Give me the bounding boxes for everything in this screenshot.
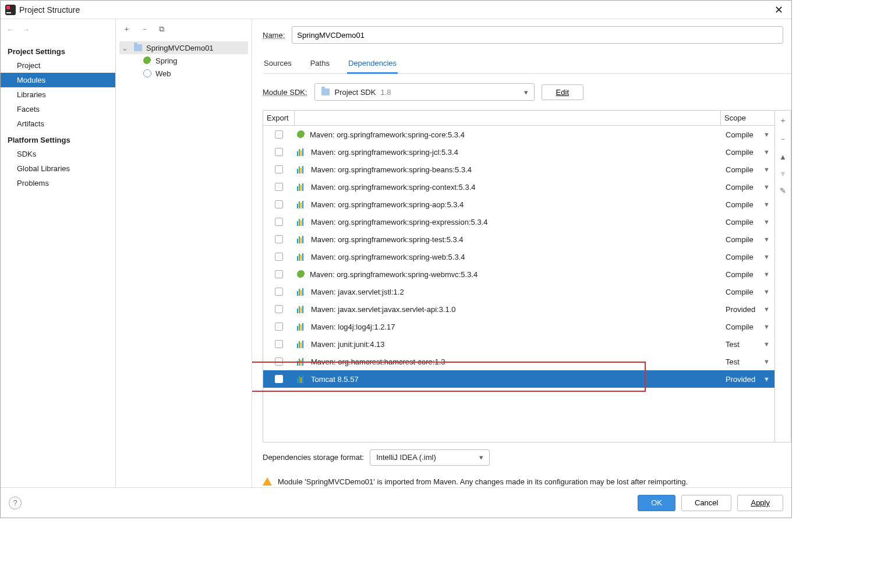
storage-format-dropdown[interactable]: IntelliJ IDEA (.iml) ▾ — [370, 449, 490, 466]
dependency-name: Maven: org.springframework:spring-jcl:5.… — [311, 148, 458, 157]
scope-value: Compile — [726, 148, 754, 157]
help-icon[interactable]: ? — [9, 497, 22, 509]
scope-dropdown[interactable]: Compile▼ — [721, 183, 774, 192]
spring-icon — [297, 270, 305, 278]
dependency-row[interactable]: Maven: org.springframework:spring-contex… — [263, 178, 774, 196]
nav-back-icon[interactable]: ← — [6, 25, 14, 34]
dependency-row[interactable]: Maven: org.springframework:spring-webmvc… — [263, 265, 774, 283]
tab-sources[interactable]: Sources — [263, 55, 293, 73]
sdk-value: Project SDK — [335, 88, 376, 97]
intellij-icon — [5, 5, 16, 15]
nav-item-libraries[interactable]: Libraries — [1, 87, 115, 102]
scope-value: Test — [726, 340, 740, 349]
export-checkbox[interactable] — [275, 148, 283, 156]
dependency-row[interactable]: Maven: junit:junit:4.13Test▼ — [263, 335, 774, 353]
chevron-down-icon[interactable]: ⌄ — [122, 44, 130, 52]
apply-button[interactable]: Apply — [737, 495, 783, 511]
chevron-down-icon: ▼ — [763, 376, 770, 382]
dependency-row[interactable]: Maven: org.springframework:spring-beans:… — [263, 161, 774, 178]
library-icon — [297, 340, 306, 348]
scope-dropdown[interactable]: Compile▼ — [721, 323, 774, 331]
close-icon[interactable]: ✕ — [771, 2, 787, 17]
nav-item-sdks[interactable]: SDKs — [1, 147, 115, 161]
dependency-name: Maven: javax.servlet:jstl:1.2 — [311, 288, 404, 296]
scope-dropdown[interactable]: Compile▼ — [721, 130, 774, 139]
edit-sdk-button[interactable]: Edit — [542, 84, 583, 100]
dependency-row[interactable]: Maven: org.springframework:spring-test:5… — [263, 231, 774, 248]
library-icon — [297, 218, 306, 226]
nav-item-facets[interactable]: Facets — [1, 102, 115, 116]
dependency-row[interactable]: Maven: org.springframework:spring-jcl:5.… — [263, 143, 774, 161]
scope-dropdown[interactable]: Test▼ — [721, 340, 774, 349]
scope-dropdown[interactable]: Test▼ — [721, 357, 774, 366]
library-icon — [297, 305, 306, 313]
export-checkbox[interactable] — [275, 323, 283, 331]
dependency-row[interactable]: Tomcat 8.5.57Provided▼ — [263, 370, 774, 388]
export-checkbox[interactable] — [275, 235, 283, 243]
export-checkbox[interactable] — [275, 218, 283, 226]
add-dep-icon[interactable]: ＋ — [779, 115, 787, 126]
module-name-input[interactable] — [292, 26, 783, 44]
scope-dropdown[interactable]: Provided▼ — [721, 305, 774, 314]
nav-item-modules[interactable]: Modules — [1, 73, 115, 87]
scope-dropdown[interactable]: Compile▼ — [721, 200, 774, 209]
export-checkbox[interactable] — [275, 200, 283, 208]
tree-root[interactable]: ⌄ SpringMVCDemo01 — [119, 41, 248, 54]
nav-item-global-libraries[interactable]: Global Libraries — [1, 161, 115, 176]
export-checkbox[interactable] — [275, 165, 283, 173]
chevron-down-icon: ▼ — [763, 236, 770, 243]
library-icon — [297, 148, 306, 156]
tab-dependencies[interactable]: Dependencies — [347, 55, 398, 74]
scope-dropdown[interactable]: Compile▼ — [721, 253, 774, 261]
move-up-icon[interactable]: ▲ — [779, 153, 787, 161]
scope-dropdown[interactable]: Compile▼ — [721, 270, 774, 279]
scope-dropdown[interactable]: Compile▼ — [721, 288, 774, 296]
move-down-icon[interactable]: ▼ — [779, 169, 787, 178]
export-checkbox[interactable] — [275, 340, 283, 348]
dependency-row[interactable]: Maven: javax.servlet:javax.servlet-api:3… — [263, 300, 774, 318]
nav-forward-icon[interactable]: → — [22, 25, 30, 34]
tree-child-spring[interactable]: Spring — [119, 54, 248, 67]
spring-icon — [143, 56, 152, 65]
scope-dropdown[interactable]: Compile▼ — [721, 218, 774, 226]
module-sdk-dropdown[interactable]: Project SDK 1.8 ▾ — [314, 83, 535, 101]
ok-button[interactable]: OK — [638, 495, 675, 511]
export-checkbox[interactable] — [275, 130, 283, 139]
edit-dep-icon[interactable]: ✎ — [780, 186, 786, 195]
cancel-button[interactable]: Cancel — [681, 495, 731, 511]
remove-icon[interactable]: － — [141, 24, 148, 34]
export-checkbox[interactable] — [275, 305, 283, 313]
dependency-row[interactable]: Maven: org.springframework:spring-aop:5.… — [263, 196, 774, 213]
library-icon — [297, 235, 306, 243]
export-checkbox[interactable] — [275, 270, 283, 278]
dependency-row[interactable]: Maven: org.hamcrest:hamcrest-core:1.3Tes… — [263, 353, 774, 370]
nav-item-problems[interactable]: Problems — [1, 176, 115, 190]
scope-dropdown[interactable]: Compile▼ — [721, 235, 774, 244]
add-icon[interactable]: ＋ — [123, 24, 130, 34]
dependency-row[interactable]: Maven: javax.servlet:jstl:1.2Compile▼ — [263, 283, 774, 300]
dependency-row[interactable]: Maven: org.springframework:spring-core:5… — [263, 126, 774, 143]
tree-child-label: Spring — [155, 56, 178, 65]
tree-child-web[interactable]: Web — [119, 67, 248, 80]
nav-group: Platform Settings — [1, 131, 115, 147]
tab-paths[interactable]: Paths — [309, 55, 331, 73]
scope-dropdown[interactable]: Provided▼ — [721, 375, 774, 384]
export-checkbox[interactable] — [275, 183, 283, 191]
export-checkbox[interactable] — [275, 288, 283, 296]
copy-icon[interactable]: ⧉ — [159, 24, 164, 34]
dependency-row[interactable]: Maven: org.springframework:spring-expres… — [263, 213, 774, 231]
dialog-title: Project Structure — [19, 5, 771, 15]
remove-dep-icon[interactable]: － — [779, 134, 787, 144]
dependency-name: Maven: org.springframework:spring-core:5… — [310, 130, 465, 139]
dependency-row[interactable]: Maven: org.springframework:spring-web:5.… — [263, 248, 774, 265]
nav-item-project[interactable]: Project — [1, 58, 115, 73]
export-checkbox[interactable] — [275, 253, 283, 261]
module-sdk-label: Module SDK: — [263, 88, 307, 97]
scope-dropdown[interactable]: Compile▼ — [721, 165, 774, 174]
scope-value: Compile — [726, 130, 754, 139]
export-checkbox[interactable] — [275, 357, 283, 366]
dependency-row[interactable]: Maven: log4j:log4j:1.2.17Compile▼ — [263, 318, 774, 335]
scope-dropdown[interactable]: Compile▼ — [721, 148, 774, 157]
nav-item-artifacts[interactable]: Artifacts — [1, 116, 115, 131]
export-checkbox[interactable] — [275, 375, 283, 383]
